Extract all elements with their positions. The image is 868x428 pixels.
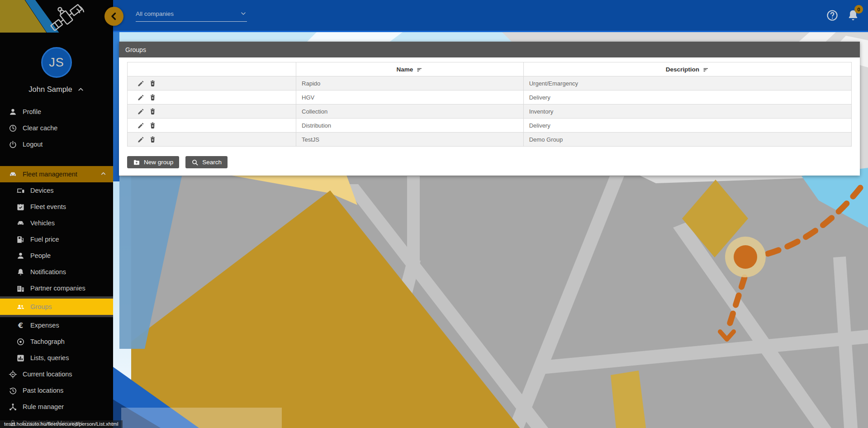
svg-text:€: € — [18, 321, 23, 330]
sidebar-item-label: Rule manager — [23, 403, 64, 410]
column-label: Description — [666, 66, 699, 73]
column-label: Name — [396, 66, 413, 73]
group-name: Collection — [296, 105, 524, 119]
sidebar-item-label: Past locations — [23, 387, 63, 394]
sidebar-item-label: Notifications — [30, 268, 66, 276]
fuel-pump-icon — [16, 235, 25, 244]
chevron-up-icon — [77, 86, 85, 93]
group-description: Inventory — [523, 105, 851, 119]
sidebar-menu: Profile Clear cache Logout Fleet managem… — [0, 104, 113, 428]
edit-button[interactable] — [137, 122, 145, 129]
sidebar-item-label: Profile — [23, 108, 41, 115]
clock-icon — [9, 124, 17, 133]
help-icon[interactable] — [826, 9, 839, 22]
groups-panel: Groups Name Description — [119, 42, 860, 176]
delete-button[interactable] — [149, 80, 157, 87]
sidebar-item-partner-companies[interactable]: Partner companies — [0, 280, 113, 296]
sidebar-item-current-locations[interactable]: Current locations — [0, 366, 113, 382]
sidebar-item-label: Vehicles — [30, 219, 55, 227]
euro-icon: € — [16, 321, 25, 330]
sidebar-item-fuel-price[interactable]: Fuel price — [0, 231, 113, 247]
car-icon — [16, 219, 25, 228]
search-button[interactable]: Search — [185, 156, 228, 168]
sidebar-item-label: Partner companies — [30, 285, 85, 292]
devices-icon — [16, 186, 25, 195]
record-icon — [16, 338, 25, 346]
sidebar-item-label: Logout — [23, 141, 43, 148]
sidebar-item-people[interactable]: People — [0, 247, 113, 264]
sidebar-item-label: Current locations — [23, 371, 72, 378]
group-description: Urgent/Emargency — [523, 76, 851, 90]
group-name: HGV — [296, 90, 524, 105]
sidebar-item-clear-cache[interactable]: Clear cache — [0, 120, 113, 136]
hub-icon — [9, 403, 17, 411]
edit-button[interactable] — [137, 80, 145, 87]
history-icon — [9, 386, 17, 395]
sidebar-item-expenses[interactable]: € Expenses — [0, 317, 113, 333]
company-selector-value: All companies — [136, 10, 240, 17]
app-logo — [0, 0, 113, 33]
delete-button[interactable] — [149, 94, 157, 101]
avatar[interactable]: JS — [41, 47, 72, 78]
sidebar: JS John Sample Profile Clear cache Logou… — [0, 0, 113, 428]
topbar: All companies 0 — [113, 0, 868, 32]
edit-button[interactable] — [137, 94, 145, 101]
name-column-header[interactable]: Name — [296, 62, 524, 76]
actions-column-header — [128, 62, 296, 76]
table-row: HGV Delivery — [128, 90, 852, 105]
collapse-sidebar-button[interactable] — [104, 7, 123, 26]
sidebar-item-profile[interactable]: Profile — [0, 104, 113, 120]
sidebar-item-logout[interactable]: Logout — [0, 136, 113, 152]
sidebar-item-past-locations[interactable]: Past locations — [0, 382, 113, 399]
sidebar-item-label: Fuel price — [30, 236, 59, 243]
description-column-header[interactable]: Description — [523, 62, 851, 76]
delete-button[interactable] — [149, 122, 157, 129]
sidebar-item-devices[interactable]: Devices — [0, 182, 113, 199]
sort-icon[interactable] — [702, 67, 709, 72]
car-icon — [9, 170, 17, 179]
group-description: Demo Group — [523, 133, 851, 147]
calendar-check-icon — [16, 203, 25, 211]
table-row: Collection Inventory — [128, 105, 852, 119]
folder-plus-icon — [133, 159, 140, 166]
notifications-bell-icon[interactable]: 0 — [846, 9, 860, 22]
sort-icon[interactable] — [416, 67, 423, 72]
person-icon — [9, 108, 17, 116]
building-icon — [16, 284, 25, 293]
edit-button[interactable] — [137, 108, 145, 115]
sidebar-item-vehicles[interactable]: Vehicles — [0, 215, 113, 231]
sidebar-item-fleet-events[interactable]: Fleet events — [0, 199, 113, 215]
group-name: Distribution — [296, 119, 524, 133]
people-group-icon — [16, 303, 25, 311]
sidebar-item-label: Expenses — [30, 322, 59, 329]
company-selector[interactable]: All companies — [136, 10, 247, 22]
table-row: Rapido Urgent/Emargency — [128, 76, 852, 90]
group-description: Delivery — [523, 119, 851, 133]
new-group-button[interactable]: New group — [127, 156, 179, 168]
power-icon — [9, 140, 17, 149]
groups-table: Name Description Rapido Urg — [127, 62, 852, 147]
sidebar-item-lists-queries[interactable]: Lists, queries — [0, 350, 113, 366]
status-url: teszt.holazauto.hu/fleet/secured/person/… — [0, 420, 123, 428]
sidebar-item-rule-manager[interactable]: Rule manager — [0, 399, 113, 415]
button-label: Search — [202, 159, 222, 166]
bell-icon — [16, 268, 25, 276]
user-menu-toggle[interactable]: John Sample — [0, 85, 113, 94]
sidebar-item-fleet-management[interactable]: Fleet management — [0, 166, 113, 182]
sidebar-item-label: Clear cache — [23, 124, 57, 132]
sidebar-item-label: Groups — [30, 303, 52, 310]
chevron-up-icon — [100, 170, 107, 178]
sidebar-item-tachograph[interactable]: Tachograph — [0, 333, 113, 350]
button-label: New group — [144, 159, 173, 166]
sidebar-item-groups[interactable]: Groups — [0, 299, 113, 315]
sidebar-item-notifications[interactable]: Notifications — [0, 264, 113, 280]
group-name: TestJS — [296, 133, 524, 147]
table-row: TestJS Demo Group — [128, 133, 852, 147]
delete-button[interactable] — [149, 136, 157, 143]
sidebar-item-label: Lists, queries — [30, 354, 69, 361]
group-description: Delivery — [523, 90, 851, 105]
delete-button[interactable] — [149, 108, 157, 115]
edit-button[interactable] — [137, 136, 145, 143]
panel-title: Groups — [119, 42, 860, 57]
group-name: Rapido — [296, 76, 524, 90]
